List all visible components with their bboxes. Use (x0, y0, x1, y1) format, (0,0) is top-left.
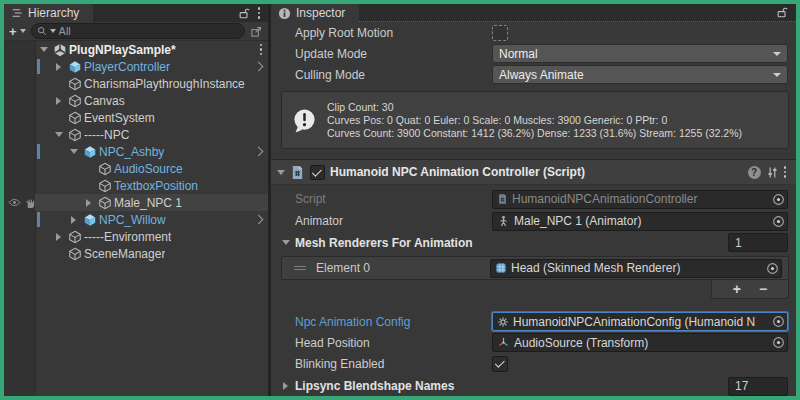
npc-config-value: HumanoidNPCAnimationConfig (Humanoid N (513, 315, 768, 329)
foldout-expanded-icon[interactable] (277, 170, 285, 175)
lipsync-section-row[interactable]: Lipsync Blendshape Names 17 (271, 375, 796, 397)
lock-open-icon[interactable] (776, 6, 788, 19)
component-header[interactable]: Humanoid NPC Animation Controller (Scrip… (271, 159, 796, 185)
row-label: Male_NPC 1 (114, 196, 182, 210)
list-element-row[interactable]: Element 0 Head (Skinned Mesh Renderer) (281, 256, 789, 280)
lipsync-size-field[interactable]: 17 (728, 377, 788, 396)
object-picker-icon[interactable] (772, 215, 785, 228)
hierarchy-row-playercontroller[interactable]: PlayerController (4, 58, 268, 75)
scene-pickability-hand-icon[interactable] (24, 197, 36, 209)
prefab-override-bar (37, 59, 40, 74)
component-title: Humanoid NPC Animation Controller (Scrip… (330, 165, 743, 179)
prefab-open-chevron-icon[interactable] (255, 63, 268, 70)
hierarchy-row-male-npc[interactable]: Male_NPC 1 (4, 194, 268, 211)
mesh-renderers-list: Element 0 Head (Skinned Mesh Renderer) (281, 256, 789, 280)
hierarchy-menu-kebab-icon[interactable] (258, 7, 261, 19)
culling-mode-dropdown[interactable]: Always Animate (492, 65, 788, 84)
mesh-renderers-size-field[interactable]: 1 (728, 233, 788, 252)
create-object-button[interactable]: + (9, 24, 26, 39)
foldout-expanded-icon[interactable] (279, 240, 292, 245)
apply-root-motion-label: Apply Root Motion (295, 26, 492, 40)
hierarchy-row-charisma[interactable]: CharismaPlaythroughInstance (4, 75, 268, 92)
script-label: Script (295, 192, 492, 206)
object-picker-icon[interactable] (772, 336, 785, 349)
hierarchy-row-npc-willow[interactable]: NPC_Willow (4, 211, 268, 228)
hierarchy-row-eventsystem[interactable]: EventSystem (4, 109, 268, 126)
foldout-collapsed-icon[interactable] (52, 97, 65, 105)
tab-hierarchy[interactable]: Hierarchy (4, 4, 93, 22)
head-position-value: AudioSource (Transform) (514, 336, 768, 350)
head-position-object-field[interactable]: AudioSource (Transform) (492, 333, 788, 352)
gameobject-cube-icon (97, 196, 112, 210)
object-picker-icon[interactable] (772, 193, 785, 206)
tab-inspector[interactable]: Inspector (271, 4, 359, 22)
lock-open-icon[interactable] (238, 7, 250, 20)
apply-root-motion-checkbox[interactable] (492, 25, 508, 41)
scene-name: PlugNPlaySample* (69, 43, 176, 57)
scene-visibility-eye-icon[interactable] (8, 196, 21, 209)
culling-mode-value: Always Animate (499, 68, 584, 82)
popout-window-icon[interactable] (250, 25, 263, 38)
foldout-expanded-icon[interactable] (37, 47, 50, 52)
element0-object-field[interactable]: Head (Skinned Mesh Renderer) (490, 259, 782, 278)
head-position-label: Head Position (295, 336, 492, 350)
row-label: NPC_Ashby (99, 145, 164, 159)
hierarchy-search-input[interactable]: All (31, 23, 245, 39)
presets-icon[interactable] (766, 166, 779, 179)
row-label: TextboxPosition (114, 179, 198, 193)
foldout-collapsed-icon[interactable] (67, 216, 80, 224)
hierarchy-row-canvas[interactable]: Canvas (4, 92, 268, 109)
hierarchy-row-textboxposition[interactable]: TextboxPosition (4, 177, 268, 194)
npc-config-object-field[interactable]: HumanoidNPCAnimationConfig (Humanoid N (492, 312, 788, 331)
animator-stats-text: Clip Count: 30 Curves Pos: 0 Quat: 0 Eul… (327, 101, 742, 140)
scene-menu-kebab-icon[interactable] (260, 44, 269, 56)
csharp-script-icon (290, 165, 305, 180)
hierarchy-row-npc-ashby[interactable]: NPC_Ashby (4, 143, 268, 160)
list-remove-button[interactable]: − (759, 282, 767, 296)
object-picker-icon[interactable] (772, 315, 785, 328)
animator-component-icon (497, 215, 510, 228)
component-menu-kebab-icon[interactable] (784, 166, 787, 178)
blinking-enabled-checkbox[interactable] (492, 356, 508, 372)
prefab-open-chevron-icon[interactable] (255, 216, 268, 223)
animator-object-field[interactable]: Male_NPC 1 (Animator) (492, 212, 788, 231)
drag-handle-icon[interactable] (294, 264, 306, 272)
npc-config-row: Npc Animation Config HumanoidNPCAnimatio… (271, 311, 796, 332)
foldout-collapsed-icon[interactable] (82, 199, 95, 207)
animator-label: Animator (295, 214, 492, 228)
foldout-expanded-icon[interactable] (67, 149, 80, 154)
hierarchy-row-environment[interactable]: -----Environment (4, 228, 268, 245)
gameobject-cube-icon (67, 247, 82, 261)
foldout-collapsed-icon[interactable] (52, 63, 65, 71)
npc-config-label: Npc Animation Config (295, 315, 492, 329)
foldout-collapsed-icon[interactable] (279, 382, 292, 390)
update-mode-dropdown[interactable]: Normal (492, 44, 788, 63)
script-object-field[interactable]: HumanoidNPCAnimationController (492, 190, 788, 209)
object-picker-icon[interactable] (766, 262, 779, 275)
hierarchy-row-scene[interactable]: PlugNPlaySample* (4, 41, 268, 58)
inspector-tabstrip: Inspector (271, 4, 796, 22)
gameobject-cube-icon (67, 111, 82, 125)
unity-scene-icon (52, 43, 67, 57)
culling-mode-row: Culling Mode Always Animate (271, 64, 796, 85)
prefab-cube-icon (82, 145, 97, 159)
search-filter-caret-icon (50, 29, 56, 33)
hierarchy-row-audiosource[interactable]: AudioSource (4, 160, 268, 177)
list-add-button[interactable]: + (733, 282, 741, 296)
blinking-enabled-row: Blinking Enabled (271, 353, 796, 374)
foldout-collapsed-icon[interactable] (52, 233, 65, 241)
scriptable-object-gear-icon (497, 316, 509, 328)
hierarchy-row-npc-group[interactable]: -----NPC (4, 126, 268, 143)
search-icon (37, 26, 47, 36)
mesh-renderers-section-row[interactable]: Mesh Renderers For Animation 1 (271, 232, 796, 253)
stats-line-1: Clip Count: 30 (327, 101, 742, 114)
help-icon[interactable]: ? (748, 166, 761, 179)
plus-icon: + (9, 24, 17, 39)
component-enabled-checkbox[interactable] (310, 165, 325, 180)
transform-axes-icon (497, 336, 510, 349)
row-label: PlayerController (84, 60, 170, 74)
foldout-expanded-icon[interactable] (52, 132, 65, 137)
update-mode-row: Update Mode Normal (271, 43, 796, 64)
prefab-open-chevron-icon[interactable] (255, 148, 268, 155)
hierarchy-row-scenemanager[interactable]: SceneManager (4, 245, 268, 262)
